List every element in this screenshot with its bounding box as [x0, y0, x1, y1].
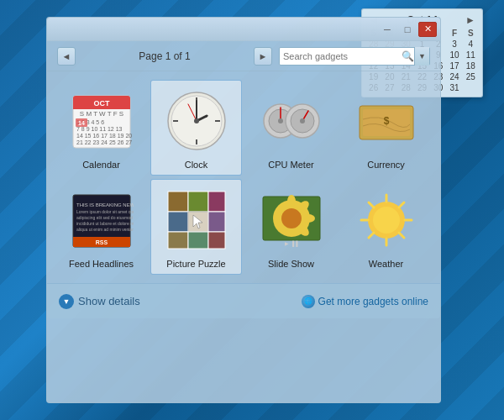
- svg-text:14: 14: [78, 120, 85, 126]
- currency-icon: $: [353, 87, 420, 155]
- svg-rect-46: [168, 232, 188, 249]
- svg-text:S M T W T F S: S M T W T F S: [79, 110, 123, 118]
- picture-puzzle-label: Picture Puzzle: [166, 259, 225, 269]
- next-page-button[interactable]: ►: [254, 47, 272, 66]
- gadget-item-weather[interactable]: Weather: [340, 179, 432, 275]
- svg-text:Lorem ipsum dolor sit amet con: Lorem ipsum dolor sit amet consectetur: [76, 209, 134, 214]
- calendar-day[interactable]: 25: [463, 71, 479, 82]
- svg-text:21 22 23 24 25 26 27: 21 22 23 24 25 26 27: [76, 139, 132, 145]
- svg-point-20: [194, 118, 199, 123]
- gadget-item-cpu-meter[interactable]: CPU Meter: [245, 80, 337, 176]
- calendar-day[interactable]: 24: [446, 71, 462, 82]
- prev-page-button[interactable]: ◄: [57, 47, 76, 66]
- show-details-button[interactable]: ▼ Show details: [59, 294, 140, 309]
- title-bar: ─ □ ✕: [47, 18, 440, 41]
- panel-footer: ▼ Show details 🌐 Get more gadgets online: [47, 283, 440, 318]
- chevron-down-icon: ▼: [59, 294, 74, 309]
- calendar-label: Calendar: [82, 160, 120, 170]
- gadget-item-currency[interactable]: $ Currency: [340, 80, 432, 176]
- svg-point-55: [302, 214, 315, 223]
- svg-text:RSS: RSS: [95, 239, 108, 245]
- svg-rect-40: [168, 192, 188, 212]
- svg-text:14 15 16 17 18 19 20: 14 15 16 17 18 19 20: [76, 133, 132, 139]
- clock-icon: [163, 87, 230, 155]
- day-header-fri: F: [446, 28, 462, 39]
- gadget-item-calendar[interactable]: OCT S M T W T F S 1 2 3 4 5 6 7 8 9 10 1…: [55, 80, 147, 176]
- svg-point-53: [287, 195, 296, 208]
- svg-rect-43: [168, 212, 188, 232]
- feed-headlines-icon: THIS IS BREAKING NEWS HEADLINE Lorem ips…: [68, 186, 135, 254]
- svg-point-52: [281, 208, 302, 228]
- calendar-next-btn[interactable]: ►: [465, 14, 475, 26]
- calendar-day[interactable]: 11: [463, 50, 479, 60]
- svg-line-65: [399, 233, 404, 238]
- calendar-day[interactable]: 10: [446, 50, 462, 60]
- svg-text:incididunt ut labore et dolore: incididunt ut labore et dolore magna: [76, 221, 134, 226]
- svg-rect-42: [208, 192, 225, 212]
- svg-rect-45: [208, 212, 225, 232]
- svg-text:OCT: OCT: [93, 99, 110, 108]
- currency-label: Currency: [367, 160, 405, 170]
- svg-text:adipiscing elit sed do eiusmod: adipiscing elit sed do eiusmod tempor: [76, 215, 134, 220]
- slide-show-label: Slide Show: [268, 259, 314, 269]
- svg-rect-47: [188, 232, 208, 249]
- calendar-day[interactable]: 17: [446, 60, 462, 71]
- svg-line-66: [399, 202, 404, 207]
- svg-rect-48: [208, 232, 225, 249]
- gadget-grid: OCT S M T W T F S 1 2 3 4 5 6 7 8 9 10 1…: [47, 71, 440, 283]
- gadget-item-clock[interactable]: Clock: [150, 80, 242, 176]
- day-header-sat: S: [463, 28, 479, 39]
- svg-point-59: [373, 207, 400, 234]
- svg-line-64: [369, 202, 374, 207]
- nav-bar: ◄ Page 1 of 1 ► 🔍 ▼: [47, 41, 440, 71]
- page-info: Page 1 of 1: [82, 50, 247, 62]
- search-bar: 🔍 ▼: [279, 47, 430, 66]
- svg-rect-41: [188, 192, 208, 212]
- minimize-button[interactable]: ─: [378, 22, 396, 37]
- search-dropdown-button[interactable]: ▼: [414, 47, 429, 66]
- svg-text:▶ ▐▐: ▶ ▐▐: [285, 240, 298, 247]
- cpu-meter-icon: [258, 87, 325, 155]
- svg-text:7  8  9 10 11 12 13: 7 8 9 10 11 12 13: [76, 126, 123, 132]
- gadget-item-feed-headlines[interactable]: THIS IS BREAKING NEWS HEADLINE Lorem ips…: [55, 179, 147, 275]
- gadget-item-picture-puzzle[interactable]: Picture Puzzle: [150, 179, 242, 275]
- calendar-day[interactable]: 3: [446, 39, 462, 50]
- clock-label: Clock: [185, 160, 208, 170]
- slide-show-icon: ▶ ▐▐: [258, 186, 325, 254]
- gadget-item-slide-show[interactable]: ▶ ▐▐ Slide Show: [245, 179, 337, 275]
- get-more-icon: 🌐: [302, 295, 315, 308]
- get-more-label: Get more gadgets online: [318, 296, 428, 307]
- feed-headlines-label: Feed Headlines: [69, 259, 134, 269]
- close-button[interactable]: ✕: [418, 22, 437, 37]
- search-icon: 🔍: [402, 50, 414, 62]
- calendar-day[interactable]: 18: [463, 60, 479, 71]
- svg-line-67: [369, 233, 374, 238]
- calendar-icon: OCT S M T W T F S 1 2 3 4 5 6 7 8 9 10 1…: [68, 87, 135, 155]
- svg-point-27: [278, 118, 283, 123]
- get-more-gadgets-link[interactable]: 🌐 Get more gadgets online: [302, 295, 428, 308]
- restore-button[interactable]: □: [398, 22, 417, 37]
- calendar-day[interactable]: 31: [446, 82, 462, 93]
- weather-label: Weather: [369, 259, 403, 269]
- svg-point-28: [300, 118, 305, 123]
- calendar-day[interactable]: 4: [463, 39, 479, 50]
- weather-icon: [353, 186, 420, 254]
- search-input[interactable]: [283, 51, 402, 61]
- gadget-panel: ─ □ ✕ ◄ Page 1 of 1 ► 🔍 ▼ OCT S M T W T …: [46, 17, 441, 403]
- cpu-meter-label: CPU Meter: [268, 160, 313, 170]
- svg-text:$: $: [383, 115, 389, 127]
- picture-puzzle-icon: [163, 186, 230, 254]
- calendar-day[interactable]: [463, 82, 479, 93]
- svg-text:THIS IS BREAKING NEWS HEADLINE: THIS IS BREAKING NEWS HEADLINE: [76, 202, 134, 207]
- svg-text:aliqua ut enim ad minim veniam: aliqua ut enim ad minim veniam quis: [76, 227, 134, 232]
- show-details-label: Show details: [78, 295, 140, 307]
